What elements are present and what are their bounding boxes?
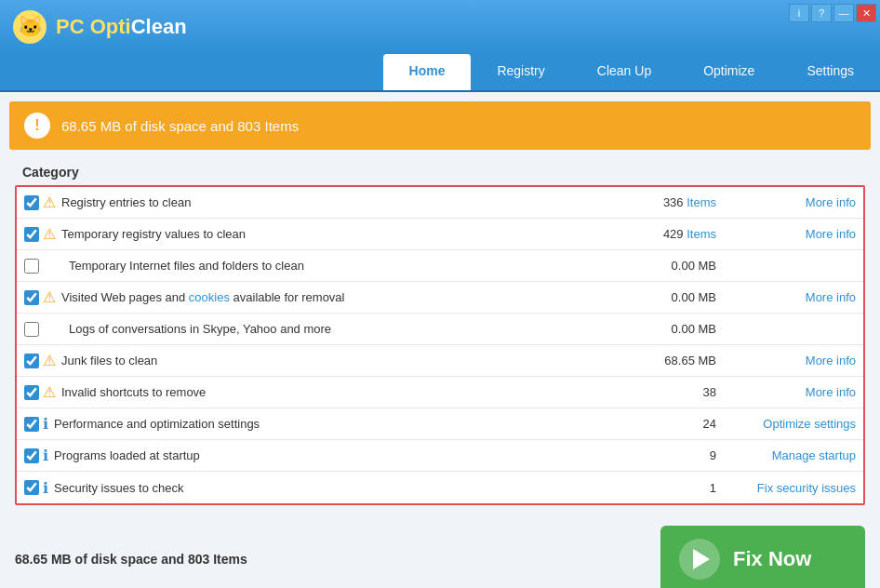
item-value-1: 336 Items (623, 195, 735, 209)
logo: 🐱 PC OptiClean (11, 8, 187, 46)
footer-bar: 68.65 MB of disk space and 803 Items Fix… (0, 514, 880, 588)
item-value-9: 9 (623, 448, 735, 462)
list-item: Logs of conversations in Skype, Yahoo an… (17, 314, 863, 345)
main-content: Category ⚠ Registry entries to clean 336… (0, 157, 880, 514)
list-item: ℹ Programs loaded at startup 9 Manage st… (17, 440, 863, 472)
fix-now-label: Fix Now (733, 547, 811, 571)
alert-icon: ! (24, 113, 50, 139)
item-checkbox-2[interactable] (24, 227, 39, 242)
item-value-7: 38 (623, 385, 735, 399)
warn-icon: ⚠ (43, 383, 56, 401)
tab-home[interactable]: Home (383, 54, 472, 90)
item-label-3: Temporary Internet files and folders to … (69, 259, 623, 273)
item-value-6: 68.65 MB (623, 354, 735, 368)
close-button[interactable]: ✕ (856, 4, 876, 22)
alert-bar: ! 68.65 MB of disk space and 803 Items (9, 101, 871, 150)
list-item: ℹ Security issues to check 1 Fix securit… (17, 472, 863, 503)
minimize-button[interactable]: — (833, 4, 854, 22)
items-list: ⚠ Registry entries to clean 336 Items Mo… (15, 185, 865, 505)
item-checkbox-3[interactable] (24, 259, 39, 274)
item-label-10: Security issues to check (54, 481, 623, 495)
alert-text: 68.65 MB of disk space and 803 Items (61, 118, 299, 134)
list-item: ⚠ Registry entries to clean 336 Items Mo… (17, 187, 863, 219)
help-button[interactable]: ? (811, 4, 832, 22)
item-link-8[interactable]: Optimize settings (735, 417, 856, 431)
item-link-10[interactable]: Fix security issues (735, 481, 856, 495)
item-label-8: Performance and optimization settings (54, 417, 623, 431)
item-label-1: Registry entries to clean (61, 195, 623, 209)
item-link-1[interactable]: More info (735, 195, 856, 209)
warn-icon: ⚠ (43, 194, 56, 211)
item-checkbox-1[interactable] (24, 195, 39, 210)
item-checkbox-5[interactable] (24, 322, 39, 337)
item-label-9: Programs loaded at startup (54, 448, 623, 462)
info-button[interactable]: i (789, 4, 809, 22)
fix-now-button[interactable]: Fix Now (660, 526, 865, 588)
window-controls: i ? — ✕ (789, 4, 876, 22)
item-link-7[interactable]: More info (735, 385, 856, 399)
list-item: ⚠ Junk files to clean 68.65 MB More info (17, 345, 863, 377)
item-label-5: Logs of conversations in Skype, Yahoo an… (69, 322, 623, 336)
item-checkbox-7[interactable] (24, 385, 39, 400)
list-item: ⚠ Invalid shortcuts to remove 38 More in… (17, 377, 863, 408)
item-value-5: 0.00 MB (623, 322, 735, 336)
item-label-7: Invalid shortcuts to remove (61, 385, 623, 399)
info-icon: ℹ (43, 479, 48, 497)
app-header: 🐱 PC OptiClean (0, 0, 880, 54)
tab-registry[interactable]: Registry (471, 54, 570, 90)
nav-bar: Home Registry Clean Up Optimize Settings (0, 54, 880, 92)
warn-icon: ⚠ (43, 288, 56, 306)
info-icon: ℹ (43, 415, 48, 433)
item-value-8: 24 (623, 417, 735, 431)
logo-icon: 🐱 (11, 8, 48, 46)
item-value-3: 0.00 MB (623, 259, 735, 273)
item-label-6: Junk files to clean (61, 354, 623, 368)
item-label-4: Visited Web pages and cookies available … (61, 290, 623, 304)
play-circle-icon (679, 539, 720, 580)
item-link-9[interactable]: Manage startup (735, 448, 856, 462)
svg-text:🐱: 🐱 (18, 14, 44, 39)
list-item: ⚠ Temporary registry values to clean 429… (17, 219, 863, 250)
list-item: ℹ Performance and optimization settings … (17, 408, 863, 440)
info-icon: ℹ (43, 447, 48, 464)
item-link-6[interactable]: More info (735, 354, 856, 368)
category-header: Category (15, 157, 865, 185)
warn-icon: ⚠ (43, 352, 56, 369)
tab-settings[interactable]: Settings (780, 54, 880, 90)
app-title: PC OptiClean (56, 15, 187, 39)
list-item: ⚠ Visited Web pages and cookies availabl… (17, 282, 863, 314)
play-triangle-icon (693, 549, 710, 569)
item-checkbox-6[interactable] (24, 354, 39, 368)
item-link-4[interactable]: More info (735, 290, 856, 304)
item-checkbox-8[interactable] (24, 417, 39, 432)
item-value-10: 1 (623, 481, 735, 495)
item-checkbox-4[interactable] (24, 290, 39, 305)
tab-optimize[interactable]: Optimize (677, 54, 780, 90)
list-item: Temporary Internet files and folders to … (17, 250, 863, 282)
item-value-2: 429 Items (623, 227, 735, 241)
tab-cleanup[interactable]: Clean Up (571, 54, 677, 90)
warn-icon: ⚠ (43, 225, 56, 243)
item-label-2: Temporary registry values to clean (61, 227, 623, 241)
footer-summary: 68.65 MB of disk space and 803 Items (15, 552, 247, 567)
item-link-2[interactable]: More info (735, 227, 856, 241)
item-checkbox-9[interactable] (24, 448, 39, 463)
item-checkbox-10[interactable] (24, 480, 39, 495)
item-value-4: 0.00 MB (623, 290, 735, 304)
